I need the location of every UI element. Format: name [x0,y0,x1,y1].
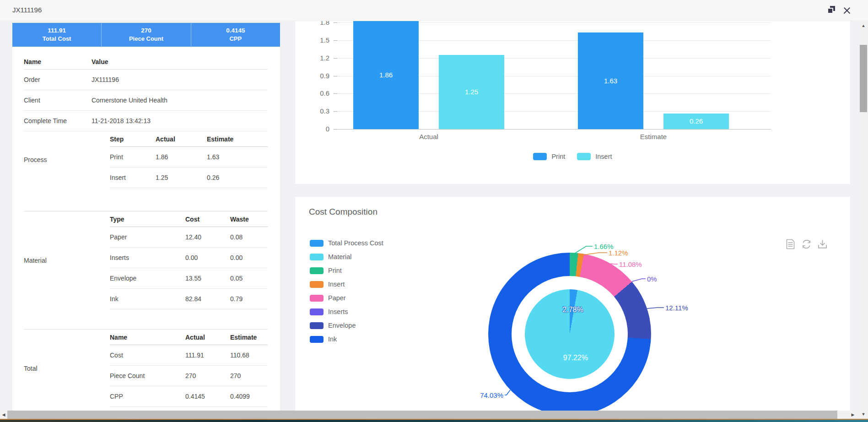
stat-label: CPP [229,35,242,43]
legend-item-insert[interactable]: Insert [310,277,383,291]
cell: Paper [110,233,185,241]
cell: 1.63 [207,153,268,161]
data-view-icon[interactable] [785,238,796,250]
axis-tick [334,111,337,112]
table-row: CPP0.41450.4099 [110,386,268,407]
legend-label: Material [328,253,352,260]
stat-label: Piece Count [129,35,163,43]
table-row: Inserts0.000.00 [110,248,268,268]
section-process: ProcessStepActualEstimatePrint1.861.63In… [24,131,268,211]
cell: 111.91 [185,352,230,359]
row-value: 11-21-2018 13:42:13 [92,117,268,124]
table-row: Ink82.840.79 [110,289,268,309]
table-row: Piece Count270270 [110,366,268,386]
column-header: Estimate [207,135,268,143]
legend-swatch [310,322,323,329]
horizontal-scrollbar[interactable]: ◀ ▶ [0,411,859,419]
legend-label: Paper [328,294,346,302]
scroll-left-arrow[interactable]: ◀ [0,411,7,419]
legend-label: Inserts [328,308,348,315]
order-info-table: NameValueOrderJX111196ClientCornerstone … [24,54,268,417]
pct-label-insert: 1.12% [609,249,628,257]
legend-item-ink[interactable]: Ink [310,332,383,346]
legend-item-envelope[interactable]: Envelope [310,319,383,332]
cell: CPP [110,393,185,400]
column-header: Cost [185,216,230,223]
column-header: Waste [230,216,268,223]
refresh-icon[interactable] [801,238,812,250]
cell: Envelope [110,275,185,282]
legend-item-paper[interactable]: Paper [310,291,383,305]
pct-label-material: 97.22% [563,354,588,362]
column-header: Step [110,135,156,143]
summary-stat: 270Piece Count [101,23,190,47]
y-tick-label: 1.2 [295,54,329,62]
cell: 82.84 [185,295,230,303]
cell: Cost [110,352,185,359]
download-icon[interactable] [817,238,828,250]
category-label-estimate: Estimate [617,133,690,141]
section-label: Material [24,211,110,309]
horizontal-scrollbar-thumb[interactable] [7,411,837,419]
restore-button[interactable] [825,5,837,16]
table-row: Print1.861.63 [110,147,268,168]
section-total: TotalNameActualEstimateCost111.91110.68P… [24,330,268,417]
pct-label-ink: 74.03% [468,391,503,399]
scroll-right-arrow[interactable]: ▶ [849,411,857,419]
nested-table: TypeCostWastePaper12.400.08Inserts0.000.… [110,211,268,309]
summary-stat: 0.4145CPP [191,23,280,47]
column-header: Value [92,58,268,65]
close-button[interactable] [841,5,853,16]
row-value: Cornerstone United Health [92,97,268,104]
legend-swatch [310,254,323,260]
scroll-down-arrow[interactable]: ▼ [859,411,868,418]
legend-item-insert[interactable]: Insert [577,153,612,160]
nested-header-row: NameActualEstimate [110,330,268,345]
bar-value-label: 1.25 [439,88,504,96]
vertical-scrollbar[interactable]: ▲ ▼ [859,21,868,419]
nested-table: NameActualEstimateCost111.91110.68Piece … [110,330,268,407]
axis-tick [334,22,337,23]
axis-tick [334,40,337,41]
cell: 13.55 [185,275,230,282]
table-row: Paper12.400.08 [110,227,268,248]
scroll-up-arrow[interactable]: ▲ [859,22,868,29]
vertical-scrollbar-thumb[interactable] [860,45,867,112]
legend-label: Envelope [328,322,356,329]
legend-item-total-process-cost[interactable]: Total Process Cost [310,236,383,250]
column-header: Name [110,334,185,341]
close-icon [843,7,851,14]
y-tick-label: 1.8 [295,21,329,27]
axis-tick [334,129,337,130]
axis-tick [334,93,337,94]
bar-value-label: 0.26 [663,117,729,125]
table-row: Cost111.91110.68 [110,345,268,366]
cell: 0.4145 [185,393,230,400]
column-header: Name [24,58,92,65]
legend-item-print[interactable]: Print [533,153,565,160]
stat-value: 0.4145 [226,27,245,35]
column-header: Type [110,216,185,223]
order-summary-panel: 111.91Total Cost270Piece Count0.4145CPP … [12,23,280,417]
cell: 0.00 [230,254,268,261]
cell: 270 [230,372,268,379]
legend-item-print[interactable]: Print [310,264,383,277]
section-label: Process [24,131,110,188]
legend-swatch [310,308,323,315]
restore-icon [827,5,836,16]
chart-toolbox [785,238,828,250]
cell: Insert [110,174,156,181]
gridline [336,129,771,130]
cell: Print [110,153,156,161]
row-value: JX111196 [92,76,268,83]
y-tick-label: 0.9 [295,72,329,80]
cost-composition-donut [488,253,651,414]
pct-label-total-process-cost: 2.78% [562,306,583,314]
axis-tick [334,76,337,76]
legend-item-inserts[interactable]: Inserts [310,305,383,319]
y-tick-label: 0.6 [295,89,329,97]
cell: 0.00 [185,254,230,261]
y-tick-label: 0.3 [295,107,329,115]
order-detail-modal: JX111196 111.91Total Cost270Piece Count0… [0,0,868,422]
legend-item-material[interactable]: Material [310,250,383,264]
